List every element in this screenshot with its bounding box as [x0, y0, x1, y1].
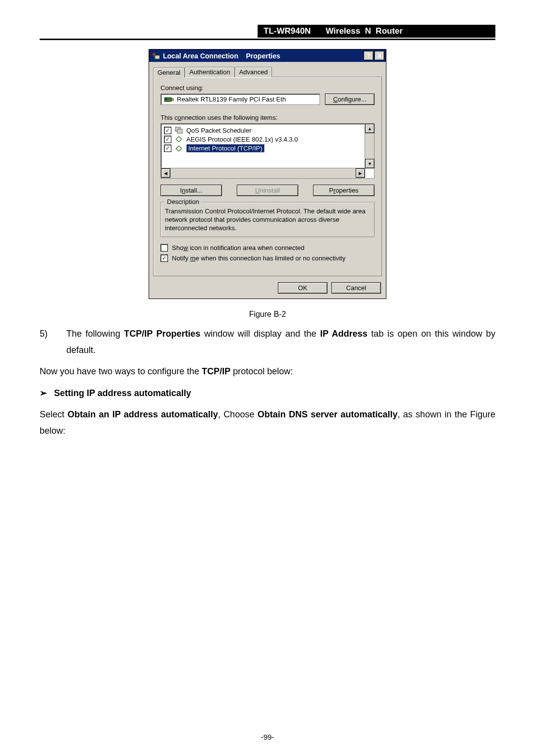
- show-icon-label: Show icon in notification area when conn…: [172, 244, 304, 252]
- ok-button[interactable]: OK: [278, 282, 327, 294]
- vertical-scrollbar[interactable]: ▲ ▼: [365, 124, 374, 168]
- header-bar: TL-WR940N Wireless N Router: [258, 25, 495, 38]
- header-model: TL-WR940N: [264, 26, 311, 36]
- step-5: 5) The following TCP/IP Properties windo…: [40, 326, 495, 359]
- checkbox-icon[interactable]: [160, 244, 168, 252]
- nic-name: Realtek RTL8139 Family PCI Fast Eth: [177, 96, 286, 103]
- configure-button[interactable]: Configure...: [325, 94, 374, 105]
- list-item[interactable]: ✓ AEGIS Protocol (IEEE 802.1x) v3.4.3.0: [163, 135, 363, 144]
- list-item[interactable]: ✓ QoS Packet Scheduler: [163, 126, 363, 135]
- list-item-label: AEGIS Protocol (IEEE 802.1x) v3.4.3.0: [186, 136, 298, 143]
- description-legend: Description: [165, 198, 201, 205]
- page-header: TL-WR940N Wireless N Router: [40, 25, 495, 40]
- tab-advanced[interactable]: Advanced: [235, 67, 272, 77]
- properties-button[interactable]: Properties: [313, 185, 374, 196]
- tab-panel-general: Connect using: Realtek RTL8139 Family PC…: [153, 77, 382, 276]
- connect-using-label: Connect using:: [160, 84, 374, 92]
- items-label: This connection uses the following items…: [160, 114, 374, 121]
- header-product: Wireless N Router: [325, 26, 403, 36]
- help-icon[interactable]: ?: [364, 51, 374, 60]
- scroll-left-icon[interactable]: ◀: [161, 168, 170, 178]
- tab-general[interactable]: General: [153, 67, 185, 78]
- show-icon-checkbox[interactable]: Show icon in notification area when conn…: [160, 244, 374, 252]
- install-button[interactable]: Install...: [160, 185, 222, 196]
- svg-rect-0: [153, 53, 156, 55]
- checkbox-icon[interactable]: ✓: [160, 254, 168, 262]
- svg-rect-6: [165, 99, 167, 100]
- checkbox-icon[interactable]: ✓: [164, 145, 171, 152]
- cancel-button[interactable]: Cancel: [331, 282, 381, 294]
- tab-authentication[interactable]: Authentication: [185, 67, 234, 77]
- figure-caption: Figure B-2: [40, 310, 495, 319]
- page-number: -99-: [0, 733, 535, 741]
- svg-rect-8: [177, 129, 182, 133]
- body-text: 5) The following TCP/IP Properties windo…: [40, 326, 495, 440]
- dialog-title: Local Area Connection Properties: [163, 52, 363, 60]
- description-group: Description Transmission Control Protoco…: [160, 202, 374, 237]
- nic-card-icon: [164, 96, 174, 103]
- svg-rect-1: [155, 55, 160, 59]
- svg-rect-5: [171, 99, 173, 101]
- scroll-down-icon[interactable]: ▼: [365, 159, 374, 168]
- titlebar[interactable]: Local Area Connection Properties ? ✕: [149, 50, 386, 62]
- paragraph: Select Obtain an IP address automaticall…: [40, 406, 495, 440]
- checkbox-icon[interactable]: ✓: [164, 127, 171, 134]
- items-listbox[interactable]: ✓ QoS Packet Scheduler ✓ AEGIS Protoco: [160, 123, 374, 179]
- scroll-up-icon[interactable]: ▲: [365, 124, 374, 133]
- arrow-heading: ➢ Setting IP address automatically: [40, 385, 495, 402]
- step-number: 5): [40, 326, 54, 342]
- protocol-icon: [174, 135, 183, 143]
- notify-label: Notify me when this connection has limit…: [172, 254, 345, 262]
- horizontal-scrollbar[interactable]: ◀ ▶: [161, 168, 365, 178]
- properties-dialog: Local Area Connection Properties ? ✕ Gen…: [149, 49, 386, 299]
- notify-checkbox[interactable]: ✓ Notify me when this connection has lim…: [160, 254, 374, 262]
- list-item-label: QoS Packet Scheduler: [186, 127, 252, 134]
- scroll-right-icon[interactable]: ▶: [356, 168, 365, 178]
- dialog-footer: OK Cancel: [149, 278, 386, 299]
- arrow-icon: ➢: [40, 385, 47, 402]
- nic-field: Realtek RTL8139 Family PCI Fast Eth: [160, 94, 320, 105]
- checkbox-icon[interactable]: ✓: [164, 136, 171, 143]
- protocol-icon: [174, 145, 183, 152]
- list-item-selected[interactable]: ✓ Internet Protocol (TCP/IP): [163, 144, 363, 153]
- tabs: General Authentication Advanced: [153, 67, 382, 77]
- description-text: Transmission Control Protocol/Internet P…: [165, 207, 370, 233]
- arrow-heading-text: Setting IP address automatically: [54, 385, 191, 402]
- uninstall-button: Uninstall: [237, 185, 298, 196]
- close-icon[interactable]: ✕: [374, 51, 384, 60]
- qos-icon: [174, 126, 183, 134]
- network-icon: [152, 52, 160, 59]
- paragraph: Now you have two ways to configure the T…: [40, 363, 495, 380]
- list-item-label: Internet Protocol (TCP/IP): [186, 144, 265, 152]
